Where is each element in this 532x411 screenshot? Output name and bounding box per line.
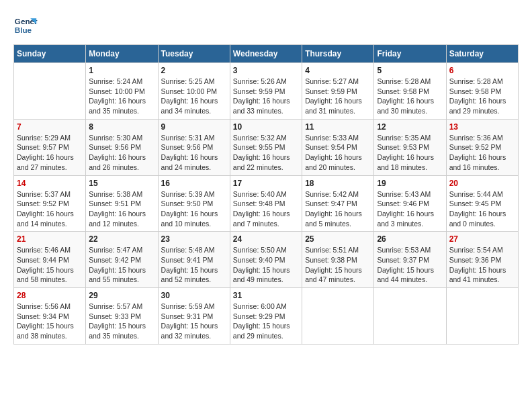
calendar-week-3: 14Sunrise: 5:37 AMSunset: 9:52 PMDayligh… — [14, 175, 519, 232]
day-info: Sunrise: 5:35 AMSunset: 9:53 PMDaylight:… — [377, 133, 443, 173]
svg-text:Blue: Blue — [15, 26, 32, 34]
day-number: 26 — [377, 234, 443, 244]
day-info: Sunrise: 5:25 AMSunset: 10:00 PMDaylight… — [161, 77, 227, 116]
calendar-cell: 17Sunrise: 5:40 AMSunset: 9:48 PMDayligh… — [230, 175, 302, 232]
day-number: 14 — [17, 179, 83, 188]
day-info: Sunrise: 5:31 AMSunset: 9:56 PMDaylight:… — [161, 133, 227, 173]
day-info: Sunrise: 5:42 AMSunset: 9:47 PMDaylight:… — [305, 189, 371, 229]
day-info: Sunrise: 5:28 AMSunset: 9:58 PMDaylight:… — [449, 77, 515, 116]
day-info: Sunrise: 5:28 AMSunset: 9:58 PMDaylight:… — [377, 77, 443, 116]
calendar-week-5: 28Sunrise: 5:56 AMSunset: 9:34 PMDayligh… — [14, 288, 519, 345]
day-number: 18 — [305, 179, 371, 188]
calendar-cell — [14, 63, 86, 120]
calendar-cell — [374, 288, 446, 345]
day-info: Sunrise: 5:26 AMSunset: 9:59 PMDaylight:… — [233, 77, 299, 116]
day-number: 9 — [161, 122, 227, 132]
day-number: 25 — [305, 234, 371, 244]
calendar-cell: 2Sunrise: 5:25 AMSunset: 10:00 PMDayligh… — [158, 63, 230, 120]
calendar-cell: 10Sunrise: 5:32 AMSunset: 9:55 PMDayligh… — [230, 119, 302, 175]
day-info: Sunrise: 5:59 AMSunset: 9:31 PMDaylight:… — [161, 302, 227, 341]
logo-icon: General Blue — [13, 13, 38, 38]
col-header-thursday: Thursday — [302, 45, 374, 63]
day-number: 7 — [17, 122, 83, 132]
calendar-cell: 8Sunrise: 5:30 AMSunset: 9:56 PMDaylight… — [86, 119, 158, 175]
col-header-tuesday: Tuesday — [158, 45, 230, 63]
day-number: 21 — [17, 234, 83, 244]
calendar-week-1: 1Sunrise: 5:24 AMSunset: 10:00 PMDayligh… — [14, 63, 519, 120]
calendar-cell: 13Sunrise: 5:36 AMSunset: 9:52 PMDayligh… — [446, 119, 518, 175]
day-info: Sunrise: 5:24 AMSunset: 10:00 PMDaylight… — [89, 77, 154, 116]
calendar-cell: 28Sunrise: 5:56 AMSunset: 9:34 PMDayligh… — [14, 288, 86, 345]
calendar-cell — [302, 288, 374, 345]
page-header: General Blue — [13, 13, 519, 38]
day-number: 5 — [377, 66, 443, 75]
day-number: 23 — [161, 234, 227, 244]
col-header-saturday: Saturday — [446, 45, 518, 63]
calendar-cell: 6Sunrise: 5:28 AMSunset: 9:58 PMDaylight… — [446, 63, 518, 120]
day-info: Sunrise: 5:56 AMSunset: 9:34 PMDaylight:… — [17, 302, 83, 341]
calendar-cell: 31Sunrise: 6:00 AMSunset: 9:29 PMDayligh… — [230, 288, 302, 345]
calendar-week-4: 21Sunrise: 5:46 AMSunset: 9:44 PMDayligh… — [14, 232, 519, 288]
day-number: 31 — [233, 291, 299, 300]
day-number: 8 — [89, 122, 154, 132]
day-info: Sunrise: 5:43 AMSunset: 9:46 PMDaylight:… — [377, 189, 443, 229]
col-header-monday: Monday — [86, 45, 158, 63]
calendar-cell: 25Sunrise: 5:51 AMSunset: 9:38 PMDayligh… — [302, 232, 374, 288]
day-number: 1 — [89, 66, 154, 75]
calendar-week-2: 7Sunrise: 5:29 AMSunset: 9:57 PMDaylight… — [14, 119, 519, 175]
calendar-cell: 22Sunrise: 5:47 AMSunset: 9:42 PMDayligh… — [86, 232, 158, 288]
day-number: 27 — [449, 234, 515, 244]
day-number: 6 — [449, 66, 515, 75]
day-info: Sunrise: 5:53 AMSunset: 9:37 PMDaylight:… — [377, 245, 443, 285]
calendar-cell: 12Sunrise: 5:35 AMSunset: 9:53 PMDayligh… — [374, 119, 446, 175]
day-info: Sunrise: 5:46 AMSunset: 9:44 PMDaylight:… — [17, 245, 83, 285]
day-info: Sunrise: 5:44 AMSunset: 9:45 PMDaylight:… — [449, 189, 515, 229]
day-info: Sunrise: 5:47 AMSunset: 9:42 PMDaylight:… — [89, 245, 154, 285]
day-number: 20 — [449, 179, 515, 188]
calendar-cell: 7Sunrise: 5:29 AMSunset: 9:57 PMDaylight… — [14, 119, 86, 175]
day-number: 12 — [377, 122, 443, 132]
logo: General Blue — [13, 13, 40, 38]
calendar-cell: 4Sunrise: 5:27 AMSunset: 9:59 PMDaylight… — [302, 63, 374, 120]
calendar-cell: 5Sunrise: 5:28 AMSunset: 9:58 PMDaylight… — [374, 63, 446, 120]
day-number: 17 — [233, 179, 299, 188]
calendar-cell: 15Sunrise: 5:38 AMSunset: 9:51 PMDayligh… — [86, 175, 158, 232]
day-info: Sunrise: 5:37 AMSunset: 9:52 PMDaylight:… — [17, 189, 83, 229]
col-header-friday: Friday — [374, 45, 446, 63]
calendar-cell: 26Sunrise: 5:53 AMSunset: 9:37 PMDayligh… — [374, 232, 446, 288]
day-number: 30 — [161, 291, 227, 300]
calendar-cell: 11Sunrise: 5:33 AMSunset: 9:54 PMDayligh… — [302, 119, 374, 175]
day-number: 10 — [233, 122, 299, 132]
day-number: 28 — [17, 291, 83, 300]
calendar-table: SundayMondayTuesdayWednesdayThursdayFrid… — [13, 44, 519, 345]
col-header-wednesday: Wednesday — [230, 45, 302, 63]
day-info: Sunrise: 5:57 AMSunset: 9:33 PMDaylight:… — [89, 302, 154, 341]
day-info: Sunrise: 5:27 AMSunset: 9:59 PMDaylight:… — [305, 77, 371, 116]
day-info: Sunrise: 5:32 AMSunset: 9:55 PMDaylight:… — [233, 133, 299, 173]
calendar-cell: 21Sunrise: 5:46 AMSunset: 9:44 PMDayligh… — [14, 232, 86, 288]
calendar-cell: 14Sunrise: 5:37 AMSunset: 9:52 PMDayligh… — [14, 175, 86, 232]
col-header-sunday: Sunday — [14, 45, 86, 63]
day-number: 19 — [377, 179, 443, 188]
calendar-cell: 30Sunrise: 5:59 AMSunset: 9:31 PMDayligh… — [158, 288, 230, 345]
calendar-cell: 18Sunrise: 5:42 AMSunset: 9:47 PMDayligh… — [302, 175, 374, 232]
day-info: Sunrise: 5:40 AMSunset: 9:48 PMDaylight:… — [233, 189, 299, 229]
calendar-cell: 27Sunrise: 5:54 AMSunset: 9:36 PMDayligh… — [446, 232, 518, 288]
day-info: Sunrise: 5:36 AMSunset: 9:52 PMDaylight:… — [449, 133, 515, 173]
day-info: Sunrise: 6:00 AMSunset: 9:29 PMDaylight:… — [233, 302, 299, 341]
calendar-cell: 16Sunrise: 5:39 AMSunset: 9:50 PMDayligh… — [158, 175, 230, 232]
day-number: 15 — [89, 179, 154, 188]
day-number: 16 — [161, 179, 227, 188]
day-info: Sunrise: 5:29 AMSunset: 9:57 PMDaylight:… — [17, 133, 83, 173]
day-number: 2 — [161, 66, 227, 75]
day-info: Sunrise: 5:51 AMSunset: 9:38 PMDaylight:… — [305, 245, 371, 285]
day-info: Sunrise: 5:38 AMSunset: 9:51 PMDaylight:… — [89, 189, 154, 229]
day-number: 13 — [449, 122, 515, 132]
calendar-cell: 29Sunrise: 5:57 AMSunset: 9:33 PMDayligh… — [86, 288, 158, 345]
day-number: 24 — [233, 234, 299, 244]
calendar-cell: 24Sunrise: 5:50 AMSunset: 9:40 PMDayligh… — [230, 232, 302, 288]
day-number: 4 — [305, 66, 371, 75]
calendar-cell: 19Sunrise: 5:43 AMSunset: 9:46 PMDayligh… — [374, 175, 446, 232]
calendar-cell: 20Sunrise: 5:44 AMSunset: 9:45 PMDayligh… — [446, 175, 518, 232]
calendar-cell: 23Sunrise: 5:48 AMSunset: 9:41 PMDayligh… — [158, 232, 230, 288]
